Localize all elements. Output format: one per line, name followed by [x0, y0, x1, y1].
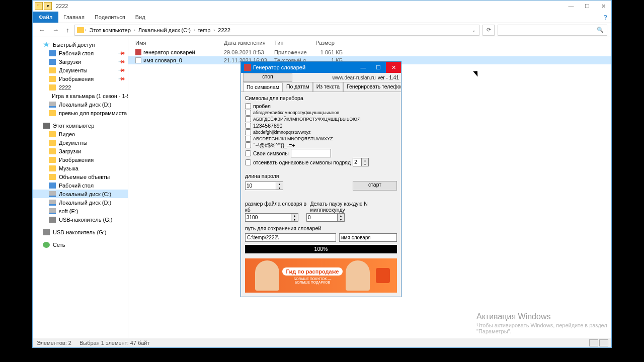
- length-label: длина пароля: [245, 173, 397, 179]
- save-path-input[interactable]: C:\temp\2222\: [245, 233, 336, 242]
- filename-input[interactable]: имя словаря: [339, 233, 397, 242]
- up-button[interactable]: ↑: [64, 26, 71, 34]
- breadcrumb[interactable]: 2222: [216, 27, 232, 33]
- sidebar-this-pc[interactable]: Этот компьютер: [33, 121, 128, 130]
- sidebar-item[interactable]: Документы📌: [33, 66, 128, 74]
- tab-file[interactable]: Файл: [33, 12, 58, 23]
- sidebar-item[interactable]: превью для программиста: [33, 109, 128, 117]
- checkbox-ru-lower[interactable]: абвгдеёжзийклмнопрстуфхцчшщъыьэюя: [245, 110, 397, 116]
- path-box[interactable]: › Этот компьютер› Локальный диск (C:)› t…: [74, 25, 480, 36]
- folder-icon: [77, 27, 84, 33]
- sidebar-item[interactable]: Игра в кальмара (1 сезон - 1-9 серии из: [33, 92, 128, 100]
- ad-banner[interactable]: Гид по распродаже БОЛЬШЕ ПОКУПОК —БОЛЬШЕ…: [245, 258, 397, 293]
- progress-bar: 100%: [245, 245, 397, 253]
- dialog-minimize-button[interactable]: —: [356, 62, 371, 73]
- help-icon[interactable]: ?: [599, 12, 611, 23]
- tab-share[interactable]: Поделиться: [90, 12, 130, 23]
- sidebar-network[interactable]: Сеть: [33, 240, 128, 249]
- stop-button[interactable]: стоп: [243, 73, 292, 82]
- ribbon: Файл Главная Поделиться Вид ?: [33, 12, 611, 23]
- window-title: 2222: [56, 3, 68, 9]
- checkbox-en-upper[interactable]: ABCDEFGHIJKLMNOPQRSTUVWXYZ: [245, 136, 397, 142]
- dialog-tabs: По символам По датам Из текста Генериров…: [241, 82, 401, 92]
- person-image: [346, 260, 370, 291]
- length-stepper[interactable]: ▴▾: [245, 182, 283, 190]
- path-label: путь для сохранения словарей: [245, 225, 397, 231]
- generator-dialog: Генератор словарей — ☐ ✕ стоп www.dear-r…: [240, 61, 401, 297]
- checkbox-space[interactable]: пробел: [245, 103, 397, 109]
- bag-icon: [376, 268, 390, 283]
- sidebar-item[interactable]: Локальный диск (C:): [33, 190, 128, 198]
- column-headers[interactable]: Имя Дата изменения Тип Размер: [128, 37, 611, 48]
- checkbox-en-lower[interactable]: abcdefghijklmnopqrstuvwxyz: [245, 129, 397, 135]
- checkbox-digits[interactable]: 1234567890: [245, 123, 397, 129]
- search-input[interactable]: 🔍: [498, 25, 607, 36]
- dialog-maximize-button[interactable]: ☐: [371, 62, 386, 73]
- breadcrumb[interactable]: Локальный диск (C:): [136, 27, 193, 33]
- view-large-icon[interactable]: [599, 339, 608, 346]
- tab-view[interactable]: Вид: [130, 12, 150, 23]
- start-button[interactable]: старт: [353, 181, 397, 191]
- view-details-icon[interactable]: [589, 339, 598, 346]
- app-icon: [244, 64, 251, 71]
- checkbox-ru-upper[interactable]: АБВГДЕЁЖЗИЙКЛМНОПРСТУФХЦЧШЩЪЫЬЭЮЯ: [245, 116, 397, 122]
- breadcrumb[interactable]: Этот компьютер: [88, 27, 133, 33]
- sidebar-quick-access[interactable]: Быстрый доступ: [33, 40, 128, 49]
- sidebar-item[interactable]: Изображения📌: [33, 74, 128, 83]
- sidebar-item[interactable]: Рабочий стол📌: [33, 49, 128, 57]
- sidebar-item[interactable]: Рабочий стол: [33, 181, 128, 190]
- sidebar-item[interactable]: Локальный диск (D:): [33, 198, 128, 207]
- pause-label: Делать паузу каждую N миллисекунду: [310, 201, 397, 213]
- app-icon: [135, 49, 141, 55]
- sidebar-item[interactable]: Видео: [33, 130, 128, 138]
- sidebar-item[interactable]: USB-накопитель (G:): [33, 215, 128, 224]
- tab-phones[interactable]: Генерировать телефоны: [343, 82, 401, 92]
- sidebar-item[interactable]: Изображения: [33, 155, 128, 164]
- minimize-button[interactable]: —: [563, 1, 579, 12]
- pause-stepper[interactable]: ▴▾: [306, 213, 345, 222]
- dialog-close-button[interactable]: ✕: [386, 62, 401, 73]
- sidebar-item[interactable]: Музыка: [33, 164, 128, 172]
- close-button[interactable]: ✕: [595, 1, 611, 12]
- checkbox-custom[interactable]: Свои символы: [245, 150, 289, 156]
- group-label: Символы для перебора: [245, 95, 397, 101]
- dialog-titlebar[interactable]: Генератор словарей — ☐ ✕: [241, 62, 401, 73]
- address-bar: ← → ↑ › Этот компьютер› Локальный диск (…: [33, 23, 611, 37]
- maximize-button[interactable]: ☐: [579, 1, 595, 12]
- tab-from-text[interactable]: Из текста: [313, 82, 343, 92]
- version-label: ver - 1.41: [378, 75, 399, 80]
- sidebar-item[interactable]: Документы: [33, 138, 128, 147]
- sidebar-item[interactable]: soft (E:): [33, 207, 128, 215]
- sidebar-item[interactable]: Локальный диск (D:): [33, 100, 128, 109]
- tab-by-dates[interactable]: По датам: [283, 82, 313, 92]
- filter-count-stepper[interactable]: ▴▾: [353, 158, 369, 166]
- forward-button[interactable]: →: [50, 26, 61, 34]
- window-titlebar: 📁 ▾ 2222 — ☐ ✕: [33, 1, 611, 12]
- sidebar-usb[interactable]: USB-накопитель (G:): [33, 228, 128, 236]
- tab-home[interactable]: Главная: [58, 12, 90, 23]
- item-count: Элементов: 2: [37, 340, 71, 346]
- sidebar: Быстрый доступ Рабочий стол📌 Загрузки📌 Д…: [33, 37, 128, 338]
- selection-info: Выбран 1 элемент: 47 байт: [79, 340, 150, 346]
- filesize-label: размер файла словаря в кб: [245, 201, 308, 213]
- sidebar-item[interactable]: Загрузки📌: [33, 57, 128, 66]
- filesize-stepper[interactable]: ▴▾: [245, 213, 298, 222]
- banner-subtext: БОЛЬШЕ ПОКУПОК —БОЛЬШЕ ПОДАРКОВ: [282, 277, 343, 284]
- explorer-icon: ▾: [44, 2, 52, 10]
- file-row[interactable]: генератор словарей 29.09.2021 8:53 Прило…: [128, 48, 611, 56]
- checkbox-symbols[interactable]: `~!@#$%^"'{}_-=+: [245, 142, 397, 148]
- sidebar-item[interactable]: Объемные объекты: [33, 172, 128, 181]
- breadcrumb[interactable]: temp: [196, 27, 212, 33]
- back-button[interactable]: ←: [37, 26, 47, 34]
- refresh-button[interactable]: ⟳: [482, 25, 495, 36]
- sidebar-item[interactable]: Загрузки: [33, 147, 128, 155]
- activation-watermark: Активация Windows Чтобы активировать Win…: [476, 312, 607, 334]
- banner-headline: Гид по распродаже: [282, 267, 343, 276]
- url-label: www.dear-ruslan.ru: [333, 75, 376, 80]
- dialog-title: Генератор словарей: [253, 64, 305, 70]
- text-file-icon: [135, 57, 141, 63]
- checkbox-filter[interactable]: отсеивать одинаковые символы подряд: [245, 159, 351, 165]
- sidebar-item[interactable]: 2222: [33, 83, 128, 92]
- custom-symbols-input[interactable]: [291, 149, 331, 157]
- tab-by-symbols[interactable]: По символам: [243, 82, 283, 92]
